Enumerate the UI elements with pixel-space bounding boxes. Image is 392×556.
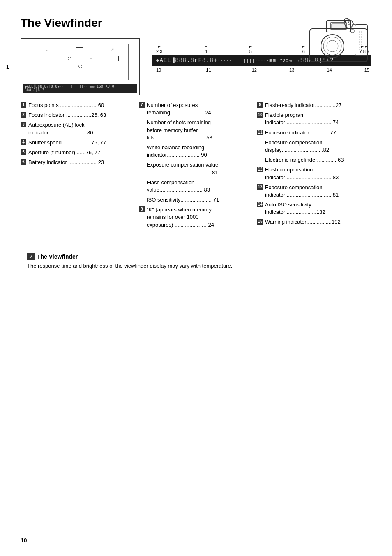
label-1-line bbox=[10, 67, 21, 67]
note-title: The Viewfinder bbox=[37, 253, 78, 260]
item-7c: White balance recordingindicator........… bbox=[139, 144, 253, 159]
note-text: The response time and brightness of the … bbox=[27, 263, 365, 269]
item-15: 15 Warning indicator.................192 bbox=[257, 218, 371, 226]
svg-text:Mode: Mode bbox=[348, 23, 356, 26]
item-10: 10 Flexible programindicator ...........… bbox=[257, 111, 371, 126]
item-5: 5 Aperture (f-number) ......76, 77 bbox=[21, 149, 135, 156]
item-11c: Electronic rangefinder..............63 bbox=[257, 156, 371, 164]
viewfinder-diagram: ↓ ↗ – bbox=[21, 38, 140, 95]
lcd-label-12: 12 bbox=[252, 67, 257, 72]
item-8: 8 "K" (appears when memoryremains for ov… bbox=[139, 206, 253, 229]
note-header: ✓ The Viewfinder bbox=[27, 253, 365, 260]
middle-description-column: 7 Number of exposuresremaining .........… bbox=[139, 102, 253, 231]
svg-rect-3 bbox=[332, 24, 346, 28]
left-description-column: 1 Focus points .....................… 60… bbox=[21, 102, 135, 231]
item-12: 12 Flash compensationindicator .........… bbox=[257, 166, 371, 181]
item-9: 9 Flash-ready indicator..............27 bbox=[257, 102, 371, 109]
item-4: 4 Shutter speed ...................75, 7… bbox=[21, 139, 135, 146]
item-7f: ISO sensitivity..................... 71 bbox=[139, 196, 253, 204]
item-1: 1 Focus points .....................… 60 bbox=[21, 102, 135, 109]
lcd-label-1314: 13 bbox=[289, 67, 294, 72]
item-7b: Number of shots remainingbefore memory b… bbox=[139, 119, 253, 141]
svg-rect-0 bbox=[310, 29, 367, 62]
svg-point-7 bbox=[327, 40, 338, 52]
item-7e: Flash compensationvalue.................… bbox=[139, 179, 253, 194]
lcd-label-11: 11 bbox=[206, 67, 211, 72]
svg-point-5 bbox=[321, 35, 344, 58]
item-14: 14 Auto ISO sensitivityindicator .......… bbox=[257, 201, 371, 216]
lcd-label-15: 15 bbox=[364, 67, 369, 72]
item-6: 6 Battery indicator ................... … bbox=[21, 159, 135, 166]
lcd-label-10: 10 bbox=[156, 67, 161, 72]
label-1-indicator: 1 bbox=[6, 64, 9, 70]
lcd-label-2: ⌐2 3 bbox=[156, 44, 162, 54]
item-11b: Exposure compensationdisplay............… bbox=[257, 139, 371, 154]
lcd-label-6: ⌐6 bbox=[302, 44, 305, 54]
note-box: ✓ The Viewfinder The response time and b… bbox=[21, 248, 371, 274]
item-7d: Exposure compensation value.............… bbox=[139, 161, 253, 176]
right-description-column: 9 Flash-ready indicator..............27 … bbox=[257, 102, 371, 231]
item-7: 7 Number of exposuresremaining .........… bbox=[139, 102, 253, 116]
description-columns: 1 Focus points .....................… 60… bbox=[21, 102, 371, 231]
lcd-label-5: ⌐5 bbox=[249, 44, 252, 54]
page-number: 10 bbox=[21, 537, 27, 544]
item-2: 2 Focus indicator .................26, 6… bbox=[21, 111, 135, 119]
item-3: 3 Autoexposure (AE) lockindicator.......… bbox=[21, 121, 135, 136]
camera-image: Mode bbox=[306, 16, 371, 65]
svg-point-6 bbox=[323, 37, 341, 55]
vf-status-bar: ●AEL▐888.8rF8.8+···||||||||···⊞⊟ ISO AUT… bbox=[23, 84, 137, 93]
lcd-label-14: 14 bbox=[327, 67, 332, 72]
item-13: 13 Exposure compensationindicator ......… bbox=[257, 184, 371, 199]
lcd-label-4: ⌐4 bbox=[205, 44, 207, 54]
item-11: 11 Exposure indicator .............77 bbox=[257, 129, 371, 137]
check-icon: ✓ bbox=[27, 253, 35, 260]
svg-rect-11 bbox=[351, 30, 354, 33]
